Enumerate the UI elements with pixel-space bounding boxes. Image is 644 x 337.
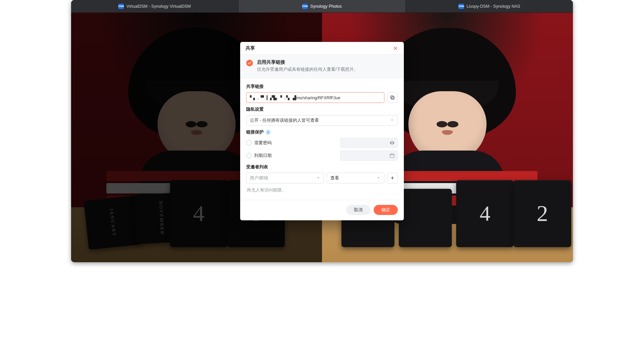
calendar-icon <box>389 153 395 158</box>
share-link-label: 共享链接 <box>246 83 398 90</box>
privacy-selected: 公开 - 任何拥有该链接的人皆可查看 <box>250 118 319 123</box>
block-blank <box>399 189 452 247</box>
expire-field[interactable] <box>340 151 398 161</box>
dsm-favicon-icon: DSM <box>459 4 464 9</box>
protection-label-text: 链接保护 <box>246 129 264 135</box>
invitees-empty: 尚无人有访问权限。 <box>247 187 397 193</box>
cancel-button[interactable]: 取消 <box>346 205 370 215</box>
enable-subtitle: 仅允许受邀用户或具有链接的任何人查看/下载照片。 <box>257 67 358 72</box>
protection-label: 链接保护 i <box>246 129 398 135</box>
invitee-user-placeholder: 用户/群组 <box>250 175 268 181</box>
chevron-down-icon <box>377 176 381 181</box>
info-icon[interactable]: i <box>266 130 271 135</box>
copy-icon <box>390 95 395 100</box>
dsm-favicon-icon: DSM <box>118 4 124 9</box>
radio-icon <box>246 153 252 158</box>
invitee-user-select[interactable]: 用户/群组 <box>246 173 324 183</box>
copy-link-button[interactable] <box>387 92 398 103</box>
svg-rect-2 <box>390 154 394 158</box>
password-option-label: 需要密码 <box>254 140 272 146</box>
svg-rect-1 <box>391 96 393 99</box>
chevron-down-icon <box>390 118 394 123</box>
expire-option[interactable]: 到期日期 <box>246 153 272 159</box>
privacy-label: 隐私设置 <box>246 106 398 112</box>
ok-button[interactable]: 确定 <box>374 205 398 215</box>
invitees-label: 受邀者列表 <box>246 164 398 170</box>
enable-share-row[interactable]: 启用共享链接 仅允许受邀用户或具有链接的任何人查看/下载照片。 <box>240 55 404 78</box>
enable-text: 启用共享链接 仅允许受邀用户或具有链接的任何人查看/下载照片。 <box>257 59 358 72</box>
password-field[interactable] <box>340 138 398 148</box>
dialog-footer: 取消 确定 <box>240 200 404 220</box>
tab-label: VirtualDSM - Synology VirtualDSM <box>126 4 191 9</box>
block-digit: 2 <box>514 180 571 247</box>
enable-title: 启用共享链接 <box>257 59 358 65</box>
app-window: DSM VirtualDSM - Synology VirtualDSM DSM… <box>71 0 573 262</box>
dialog-body: 共享链接 隐私设置 公开 - 任何拥有该链接的人皆可查看 链接保护 <box>240 78 404 197</box>
share-dialog: 共享 启用共享链接 仅允许受邀用户或具有链接的任何人查看/下载照片。 共享链接 <box>240 42 404 220</box>
close-icon <box>393 46 398 51</box>
invitee-perm-select[interactable]: 查看 <box>327 173 384 183</box>
dialog-title: 共享 <box>246 45 255 51</box>
dialog-header: 共享 <box>240 42 404 55</box>
add-invitee-button[interactable]: + <box>387 173 398 183</box>
browser-tabbar: DSM VirtualDSM - Synology VirtualDSM DSM… <box>71 0 573 13</box>
expire-option-label: 到期日期 <box>254 153 272 159</box>
tab-label: Synology Photos <box>310 4 342 9</box>
radio-icon <box>246 140 252 146</box>
privacy-select[interactable]: 公开 - 任何拥有该链接的人皆可查看 <box>246 115 398 126</box>
close-button[interactable] <box>392 45 398 51</box>
plus-icon: + <box>391 175 394 182</box>
share-link-input[interactable] <box>246 92 384 103</box>
tab-synology-photos[interactable]: DSM Synology Photos <box>238 0 406 12</box>
eye-icon <box>389 140 395 146</box>
block-digit: 4 <box>456 180 514 247</box>
password-option[interactable]: 需要密码 <box>246 140 272 146</box>
svg-rect-0 <box>391 97 394 99</box>
invitee-perm-selected: 查看 <box>330 175 339 181</box>
chevron-down-icon <box>316 176 320 181</box>
check-circle-icon <box>246 60 253 66</box>
tab-label: Liuspy-DSM - Synology NAS <box>467 4 520 9</box>
tab-virtualdsm[interactable]: DSM VirtualDSM - Synology VirtualDSM <box>71 0 238 12</box>
dsm-favicon-icon: DSM <box>302 4 308 9</box>
tab-liuspy-dsm[interactable]: DSM Liuspy-DSM - Synology NAS <box>406 0 573 12</box>
